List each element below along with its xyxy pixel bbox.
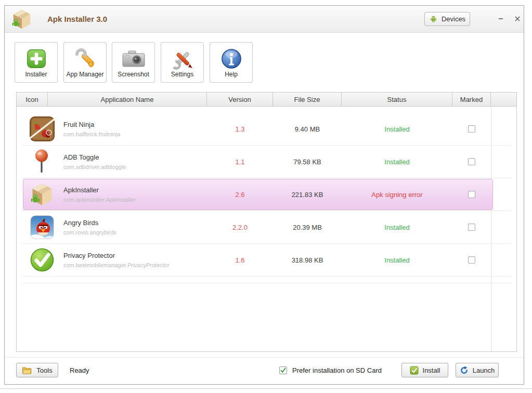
app-file-size: 221.83 KB <box>273 191 342 199</box>
app-manager-button-label: App Manager <box>66 71 103 78</box>
tools-button[interactable]: Tools <box>16 363 58 377</box>
marked-checkbox[interactable] <box>468 158 475 165</box>
tools-button-label: Tools <box>36 366 52 374</box>
page-bottom-line <box>0 388 532 389</box>
app-file-size: 318.98 KB <box>273 256 342 264</box>
close-button[interactable]: ✕ <box>511 12 524 25</box>
app-name: Fruit Ninja <box>63 121 207 128</box>
installer-plus-icon <box>15 47 57 71</box>
row-separator <box>22 283 511 283</box>
marked-checkbox[interactable] <box>468 224 475 231</box>
launch-button-label: Launch <box>473 366 495 374</box>
camera-icon <box>112 47 154 71</box>
crossed-tools-icon <box>161 47 203 71</box>
devices-button[interactable]: Devices <box>424 12 470 26</box>
app-name: Angry Birds <box>63 219 207 227</box>
app-status: Apk signing error <box>342 191 452 199</box>
status-text: Ready <box>70 366 89 374</box>
marked-checkbox[interactable] <box>468 256 475 264</box>
column-header-application-name[interactable]: Application Name <box>48 93 207 106</box>
installer-button[interactable]: Installer <box>15 42 58 83</box>
app-status: Installed <box>342 224 452 231</box>
app-package: com.halfbrick.fruitninja <box>63 131 207 137</box>
minimize-button[interactable]: – <box>495 12 507 25</box>
app-version: 1.1 <box>207 158 273 166</box>
column-header-marked[interactable]: Marked <box>452 93 491 106</box>
footer-separator <box>5 357 524 358</box>
app-name: Privacy Protector <box>63 252 207 259</box>
app-status: Installed <box>342 125 452 133</box>
app-window: Apk Installer 3.0 Devices – ✕ <box>4 5 524 385</box>
angry-birds-icon <box>30 215 55 240</box>
app-status: Installed <box>342 256 452 264</box>
column-header-version[interactable]: Version <box>207 93 273 106</box>
help-button-label: Help <box>225 71 238 78</box>
check-icon <box>280 368 286 373</box>
app-file-size: 20.39 MB <box>273 224 342 231</box>
column-header-filler <box>491 93 516 106</box>
red-pin-icon <box>30 149 54 175</box>
fruit-ninja-icon <box>30 116 55 141</box>
app-version: 2.6 <box>207 191 273 199</box>
app-version: 1.3 <box>207 125 273 133</box>
app-package: com.bestmobilemanager.PrivacyProtector <box>63 262 207 268</box>
app-file-size: 79.58 KB <box>273 158 342 166</box>
app-title: Apk Installer 3.0 <box>47 15 107 23</box>
green-check-icon <box>30 247 55 272</box>
app-name: ApkInstaller <box>63 186 207 194</box>
install-button[interactable]: Install <box>401 363 448 377</box>
column-header-status[interactable]: Status <box>342 93 452 106</box>
table-body: Fruit Ninja com.halfbrick.fruitninja 1.3… <box>17 107 516 283</box>
sd-card-label[interactable]: Prefer installation on SD Card <box>292 366 382 374</box>
apk-box-icon <box>30 182 55 207</box>
app-version: 1.6 <box>207 256 273 264</box>
sd-card-checkbox[interactable] <box>279 366 287 374</box>
marked-checkbox[interactable] <box>468 125 475 133</box>
settings-button[interactable]: Settings <box>161 42 204 83</box>
app-manager-button[interactable]: App Manager <box>63 42 107 83</box>
app-table: Icon Application Name Version File Size … <box>16 92 517 352</box>
info-icon <box>210 47 252 71</box>
app-file-size: 9.40 MB <box>273 125 342 133</box>
column-header-icon[interactable]: Icon <box>17 93 48 106</box>
install-button-label: Install <box>423 366 440 374</box>
installer-button-label: Installer <box>25 71 47 78</box>
folder-icon <box>22 366 32 374</box>
table-row[interactable]: Fruit Ninja com.halfbrick.fruitninja 1.3… <box>17 113 516 145</box>
install-check-icon <box>410 366 419 375</box>
table-row[interactable]: Angry Birds com.rovio.angrybirds 2.2.0 2… <box>17 211 516 243</box>
title-bar: Apk Installer 3.0 Devices – ✕ <box>5 6 524 33</box>
app-version: 2.2.0 <box>207 224 273 231</box>
app-name: ADB Toggle <box>63 153 207 161</box>
help-button[interactable]: Help <box>210 42 253 83</box>
launch-arrow-icon <box>460 366 469 375</box>
column-header-file-size[interactable]: File Size <box>273 93 342 106</box>
app-status: Installed <box>342 158 452 166</box>
app-package: com.adbdriver.adbtoggle <box>63 164 207 170</box>
screenshot-button-label: Screenshot <box>118 71 149 78</box>
android-robot-icon <box>429 15 438 23</box>
marked-checkbox[interactable] <box>468 191 475 198</box>
app-package: com.rovio.angrybirds <box>63 229 207 235</box>
settings-button-label: Settings <box>171 71 193 78</box>
empty-row-stub <box>17 277 516 283</box>
table-row[interactable]: ADB Toggle com.adbdriver.adbtoggle 1.1 7… <box>17 146 516 178</box>
screenshot-button[interactable]: Screenshot <box>112 42 155 83</box>
wrench-icon <box>64 47 106 71</box>
table-row-selected[interactable]: ApkInstaller com.apkinstaller.ApkInstall… <box>17 178 516 211</box>
app-package: com.apkinstaller.ApkInstaller <box>63 197 207 203</box>
devices-button-label: Devices <box>442 15 465 23</box>
apk-box-logo-icon <box>11 8 33 30</box>
table-header: Icon Application Name Version File Size … <box>17 93 516 107</box>
table-row[interactable]: Privacy Protector com.bestmobilemanager.… <box>17 244 516 276</box>
launch-button[interactable]: Launch <box>456 363 499 377</box>
